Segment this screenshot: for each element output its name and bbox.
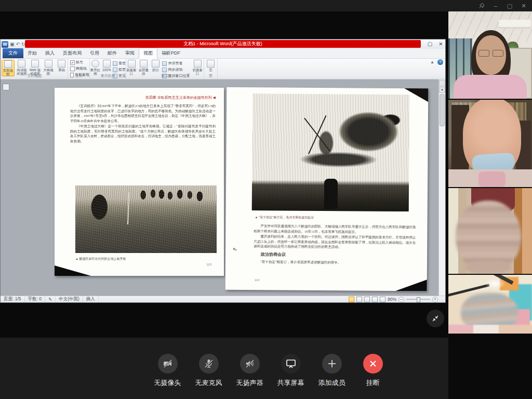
sync-scroll-button[interactable]: 同步滚动 — [162, 67, 190, 72]
add-member-icon — [326, 358, 338, 369]
save-icon[interactable]: ▣ — [10, 41, 15, 48]
web-layout-icon — [31, 60, 39, 68]
no-camera-button[interactable]: 无摄像头 — [147, 354, 188, 388]
tab-mailings[interactable]: 邮件 — [103, 48, 121, 58]
word-count[interactable]: 字数: 0 — [25, 296, 45, 302]
group-zoom: 显示比例 100% 单页 — [90, 59, 126, 79]
photo-caption: ▲ 解放区农民在分到的土地上栽界桩 — [75, 257, 126, 261]
tab-references[interactable]: 引用 — [86, 48, 103, 58]
collapse-arrows-icon — [431, 314, 440, 323]
minimize-icon[interactable]: – — [491, 2, 500, 10]
two-pages-button[interactable]: 双页 — [113, 67, 126, 72]
document-canvas[interactable]: 第四章 夺取新民主主义革命的全国性胜利 ◀ 《五四指示》到1947年下半年，解放… — [1, 79, 445, 297]
side-by-side-button[interactable]: 并排查看 — [162, 61, 190, 66]
zoom-in-icon[interactable]: + — [432, 297, 438, 302]
zoom-out-icon[interactable]: – — [398, 297, 404, 302]
gridlines-checkbox[interactable]: 网格线 — [70, 66, 89, 71]
shared-screen-stage: W ▣ ↶ ↻ ▾ 文档1 - Microsoft Word(产品激活失败) –… — [0, 11, 448, 338]
add-member-button[interactable]: 添加成员 — [311, 354, 352, 388]
paragraph: 产党作出同意撤退南方八个解放区的部队、大幅缩编人民军队等重大让步，但双方在人民军… — [254, 223, 416, 234]
side-by-side-icon — [162, 61, 167, 66]
hang-up-icon — [368, 358, 378, 369]
draft-view-icon[interactable] — [380, 297, 385, 302]
maximize-icon[interactable]: ▢ — [506, 2, 514, 10]
scrollbar-thumb[interactable] — [440, 94, 445, 126]
boundary-stake — [127, 192, 129, 224]
meeting-toolbar: 无摄像头 无麦克风 — [147, 354, 393, 388]
book-page-left: 第四章 夺取新民主主义革命的全国性胜利 ◀ 《五四指示》到1947年下半年，解放… — [55, 88, 224, 276]
zoom-slider-thumb[interactable] — [417, 297, 420, 302]
tab-insert[interactable]: 插入 — [41, 48, 59, 58]
chapter-header: 第四章 夺取新民主主义革命的全国性胜利 ◀ — [145, 95, 216, 100]
participant-video-2[interactable] — [448, 100, 532, 187]
share-screen-button[interactable]: 共享屏幕 — [270, 354, 311, 388]
tab-file[interactable]: 文件 — [3, 48, 23, 58]
word-statusbar: 页面: 1/5 字数: 0 ✎ 中文(中国) 插入 90% – + — [1, 296, 445, 302]
participants-panel — [448, 11, 532, 399]
close-icon[interactable]: ✕ — [520, 2, 528, 10]
word-titlebar: W ▣ ↶ ↻ ▾ 文档1 - Microsoft Word(产品激活失败) –… — [1, 39, 445, 49]
outline-icon — [45, 60, 52, 68]
tab-foxit-pdf[interactable]: 福昕PDF — [157, 48, 184, 58]
draft-icon — [58, 60, 65, 68]
insert-mode[interactable]: 插入 — [83, 296, 99, 302]
tab-home[interactable]: 开始 — [23, 48, 41, 58]
ruler-toggle-icon[interactable] — [3, 84, 9, 90]
print-layout-view-icon[interactable] — [349, 297, 354, 302]
propeller-blade — [304, 118, 330, 152]
ribbon-view: 页面视图 阅读版式视图 Web 版式视图 大纲视图 — [1, 59, 445, 79]
paragraph: “双十协定”刚签订，蒋介石就发布进攻解放区的密令。 — [254, 259, 416, 265]
word-minimize-icon[interactable]: – — [416, 41, 422, 47]
app-titlebar: – ▢ ✕ — [0, 0, 532, 11]
vertical-scrollbar[interactable]: ▲ — [438, 79, 445, 297]
no-speaker-button[interactable]: 无扬声器 — [229, 354, 270, 388]
macros-icon — [207, 60, 215, 68]
ruler-show-icon[interactable] — [439, 80, 445, 86]
minimize-ribbon-icon[interactable]: ▲ — [430, 60, 434, 64]
participant-video-4[interactable] — [448, 275, 532, 334]
outline-view-icon[interactable] — [372, 297, 378, 302]
pin-icon[interactable] — [477, 2, 486, 10]
undo-icon[interactable]: ↶ — [16, 41, 20, 48]
help-icon[interactable]: ? — [437, 59, 443, 65]
zoom-slider[interactable] — [406, 299, 430, 300]
page-number: 114 — [255, 278, 260, 282]
pink-scarf — [478, 171, 506, 187]
meeting-app-window: – ▢ ✕ W ▣ ↶ ↻ ▾ 文档1 - Microsoft Word(产品激… — [0, 0, 532, 399]
zoom-level[interactable]: 90% — [388, 297, 396, 302]
group-window: 新建窗口 全部重排 拆分 并排查 — [126, 59, 204, 79]
language-indicator[interactable]: 中文(中国) — [56, 296, 83, 302]
tab-view[interactable]: 视图 — [139, 48, 157, 59]
page-number: 123 — [206, 263, 211, 266]
no-mic-button[interactable]: 无麦克风 — [188, 354, 229, 388]
sync-scroll-icon — [162, 68, 167, 72]
propeller-blade — [308, 115, 326, 154]
land-reform-photo — [75, 185, 217, 253]
print-layout-icon — [4, 60, 12, 68]
hang-up-button[interactable]: 挂断 — [352, 354, 393, 388]
new-window-icon — [128, 60, 136, 68]
web-view-icon[interactable] — [364, 297, 370, 302]
reading-view-icon[interactable] — [356, 297, 362, 302]
airplane-photo — [252, 94, 410, 211]
person-silhouette — [324, 178, 338, 208]
participant-video-3[interactable] — [448, 188, 532, 274]
word-close-icon[interactable]: ✕ — [437, 41, 444, 47]
word-logo-icon: W — [2, 41, 8, 48]
tab-page-layout[interactable]: 页面布局 — [59, 48, 86, 58]
group-macros: 宏 宏 — [204, 59, 218, 79]
participant-video-1[interactable] — [448, 11, 532, 99]
switch-windows-icon — [194, 60, 202, 68]
mic-off-icon — [203, 358, 215, 369]
ruler-checkbox[interactable]: ✓ 标尺 — [70, 60, 89, 65]
one-page-button[interactable]: 单页 — [113, 61, 126, 66]
tab-review[interactable]: 审阅 — [121, 48, 139, 58]
book-page-right: ▶ 中国共产党简史 ▲ “双十协定”签订后，毛泽东乘机返回延安 产党作出同意撤退… — [225, 87, 429, 291]
page-fold — [55, 265, 91, 276]
word-maximize-icon[interactable]: ▢ — [427, 41, 433, 47]
macros-button[interactable]: 宏 — [205, 60, 217, 72]
spellcheck-icon[interactable]: ✎ — [45, 297, 56, 302]
page-indicator[interactable]: 页面: 1/5 — [1, 296, 25, 302]
scroll-up-icon[interactable]: ▲ — [439, 87, 445, 93]
collapse-view-button[interactable] — [427, 310, 444, 327]
